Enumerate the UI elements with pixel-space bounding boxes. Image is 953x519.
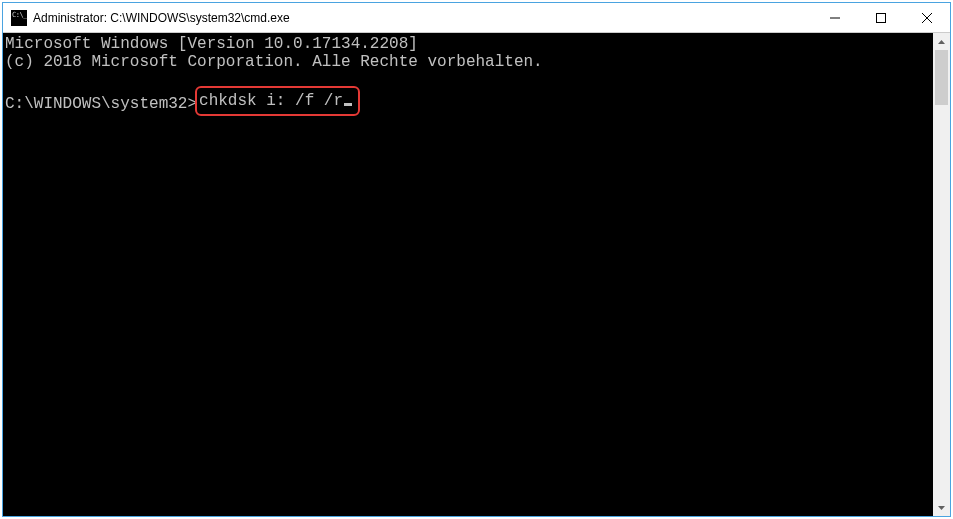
vertical-scrollbar[interactable] (933, 33, 950, 516)
close-icon (922, 13, 932, 23)
minimize-button[interactable] (812, 3, 858, 32)
prompt-text: C:\WINDOWS\system32> (5, 95, 197, 113)
console-area: Microsoft Windows [Version 10.0.17134.22… (3, 33, 950, 516)
close-button[interactable] (904, 3, 950, 32)
cmd-window: Administrator: C:\WINDOWS\system32\cmd.e… (2, 2, 951, 517)
scrollbar-thumb[interactable] (935, 50, 948, 105)
titlebar[interactable]: Administrator: C:\WINDOWS\system32\cmd.e… (3, 3, 950, 33)
maximize-icon (876, 13, 886, 23)
window-controls (812, 3, 950, 32)
cursor (344, 103, 352, 106)
maximize-button[interactable] (858, 3, 904, 32)
copyright-line: (c) 2018 Microsoft Corporation. Alle Rec… (5, 53, 543, 71)
window-title: Administrator: C:\WINDOWS\system32\cmd.e… (33, 11, 812, 25)
command-text: chkdsk i: /f /r (199, 92, 343, 110)
console-output[interactable]: Microsoft Windows [Version 10.0.17134.22… (3, 33, 933, 516)
chevron-down-icon (938, 506, 945, 510)
scroll-up-button[interactable] (933, 33, 950, 50)
minimize-icon (830, 13, 840, 23)
version-line: Microsoft Windows [Version 10.0.17134.22… (5, 35, 418, 53)
command-highlight: chkdsk i: /f /r (195, 86, 360, 116)
chevron-up-icon (938, 40, 945, 44)
cmd-icon (11, 10, 27, 26)
svg-rect-1 (877, 13, 886, 22)
scroll-down-button[interactable] (933, 499, 950, 516)
